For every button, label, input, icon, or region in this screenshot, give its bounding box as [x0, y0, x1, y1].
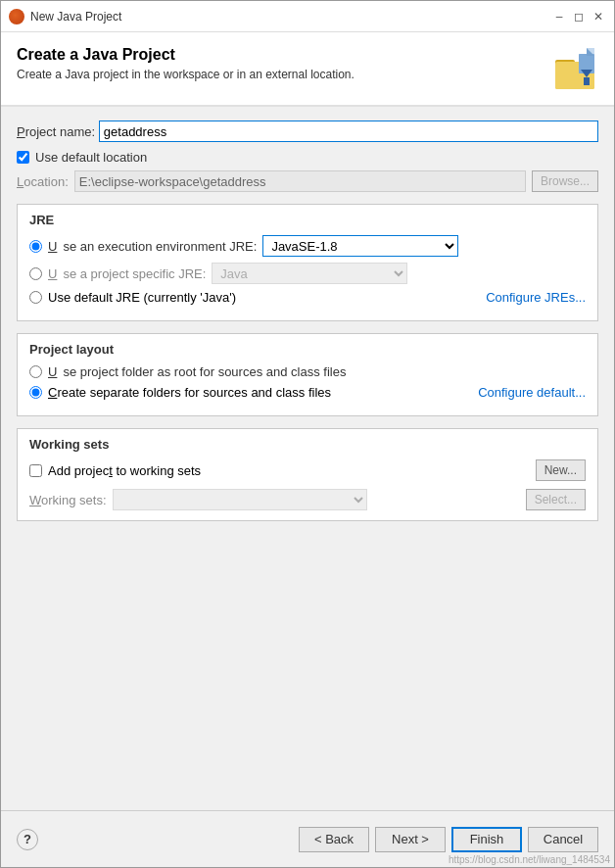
- working-sets-left: Add project to working sets: [29, 463, 201, 478]
- next-button[interactable]: Next >: [375, 827, 446, 852]
- layout-option1-row: Use project folder as root for sources a…: [29, 364, 586, 379]
- add-working-sets-row: Add project to working sets New...: [29, 459, 586, 481]
- content: Project name: Use default location Locat…: [1, 107, 614, 810]
- jre-option1-row: Use an execution environment JRE: JavaSE…: [29, 235, 586, 257]
- title-bar-left: New Java Project: [9, 9, 121, 24]
- layout-separate-label: Create separate folders for sources and …: [48, 385, 331, 400]
- header-description: Create a Java project in the workspace o…: [17, 68, 355, 81]
- use-default-location-label: Use default location: [35, 150, 147, 165]
- svg-rect-8: [584, 77, 590, 85]
- footer: ? < Back Next > Finish Cancel https://bl…: [1, 810, 614, 867]
- jre-section-title: JRE: [29, 213, 586, 227]
- jre-env-label: Use an execution environment JRE:: [48, 239, 257, 254]
- jre-project-dropdown[interactable]: Java: [212, 263, 407, 284]
- java-icon: [9, 9, 24, 24]
- jre-option3-row: Use default JRE (currently 'Java') Confi…: [29, 290, 586, 305]
- header: Create a Java Project Create a Java proj…: [1, 32, 614, 107]
- jre-project-radio[interactable]: [29, 267, 42, 280]
- window: New Java Project – ◻ ✕ Create a Java Pro…: [0, 0, 615, 868]
- close-button[interactable]: ✕: [591, 9, 606, 24]
- project-layout-title: Project layout: [29, 342, 586, 357]
- layout-root-label: Use project folder as root for sources a…: [48, 364, 346, 379]
- title-bar: New Java Project – ◻ ✕: [1, 1, 614, 32]
- svg-rect-6: [587, 48, 594, 56]
- working-sets-label: Working sets:: [29, 493, 107, 507]
- working-sets-dropdown-row: Working sets: Select...: [29, 489, 586, 510]
- jre-project-label: Use a project specific JRE:: [48, 266, 206, 281]
- layout-separate-radio[interactable]: [29, 386, 42, 399]
- title-bar-controls: – ◻ ✕: [551, 9, 606, 24]
- help-button[interactable]: ?: [17, 829, 38, 850]
- folder-svg: [551, 46, 598, 93]
- footer-buttons: < Back Next > Finish Cancel: [299, 827, 598, 852]
- finish-button[interactable]: Finish: [451, 827, 522, 852]
- working-sets-dropdown-left: Working sets:: [29, 489, 367, 510]
- add-working-sets-checkbox[interactable]: [29, 464, 42, 477]
- header-title: Create a Java Project: [17, 46, 355, 64]
- select-working-set-button[interactable]: Select...: [526, 489, 586, 510]
- watermark: https://blog.csdn.net/liwang_1484534: [449, 854, 610, 865]
- use-default-location-checkbox[interactable]: [17, 151, 29, 164]
- jre-option3-left: Use default JRE (currently 'Java'): [29, 290, 236, 305]
- header-text: Create a Java Project Create a Java proj…: [17, 46, 355, 81]
- jre-section: JRE Use an execution environment JRE: Ja…: [17, 204, 598, 321]
- project-name-input[interactable]: [99, 121, 598, 142]
- minimize-button[interactable]: –: [551, 9, 567, 24]
- use-default-location-row: Use default location: [17, 150, 598, 165]
- working-sets-section: Working sets Add project to working sets…: [17, 428, 598, 521]
- working-sets-dropdown[interactable]: [113, 489, 367, 510]
- jre-env-dropdown[interactable]: JavaSE-1.8 JavaSE-11 JavaSE-17: [262, 235, 458, 257]
- window-title: New Java Project: [30, 10, 121, 24]
- project-name-label: Project name:: [17, 124, 99, 139]
- location-label: Location:: [17, 174, 69, 189]
- configure-default-link[interactable]: Configure default...: [478, 385, 586, 400]
- working-sets-title: Working sets: [29, 437, 586, 452]
- folder-icon: [551, 46, 598, 93]
- layout-option2-left: Create separate folders for sources and …: [29, 385, 331, 400]
- jre-default-label: Use default JRE (currently 'Java'): [48, 290, 236, 305]
- browse-button[interactable]: Browse...: [532, 170, 598, 192]
- location-row: Location: Browse...: [17, 170, 598, 192]
- jre-env-radio[interactable]: [29, 240, 42, 253]
- back-button[interactable]: < Back: [299, 827, 369, 852]
- configure-jres-link[interactable]: Configure JREs...: [486, 290, 586, 305]
- footer-left: ?: [17, 829, 38, 850]
- add-working-sets-label: Add project to working sets: [48, 463, 201, 478]
- layout-option2-row: Create separate folders for sources and …: [29, 385, 586, 400]
- cancel-button[interactable]: Cancel: [528, 827, 598, 852]
- project-name-row: Project name:: [17, 121, 598, 142]
- jre-default-radio[interactable]: [29, 291, 42, 304]
- layout-root-radio[interactable]: [29, 365, 42, 378]
- new-working-set-button[interactable]: New...: [536, 459, 586, 481]
- jre-option2-row: Use a project specific JRE: Java: [29, 263, 586, 284]
- location-input[interactable]: [74, 170, 526, 192]
- restore-button[interactable]: ◻: [571, 9, 587, 24]
- project-layout-section: Project layout Use project folder as roo…: [17, 333, 598, 416]
